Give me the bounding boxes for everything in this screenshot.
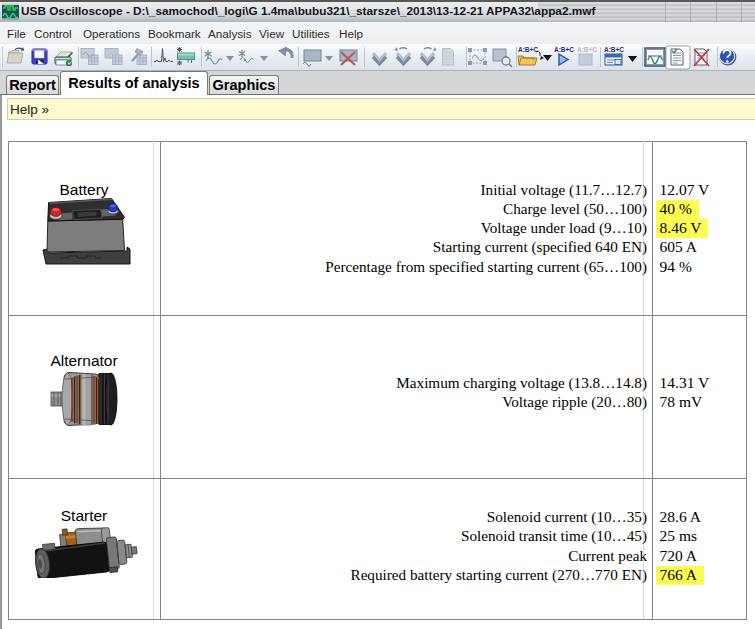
svg-text:A:B+C: A:B+C bbox=[604, 46, 624, 53]
svg-text:A:B+C: A:B+C bbox=[554, 46, 574, 53]
svg-text:A:B+C: A:B+C bbox=[577, 46, 597, 53]
svg-text:A:B+C: A:B+C bbox=[518, 46, 538, 53]
